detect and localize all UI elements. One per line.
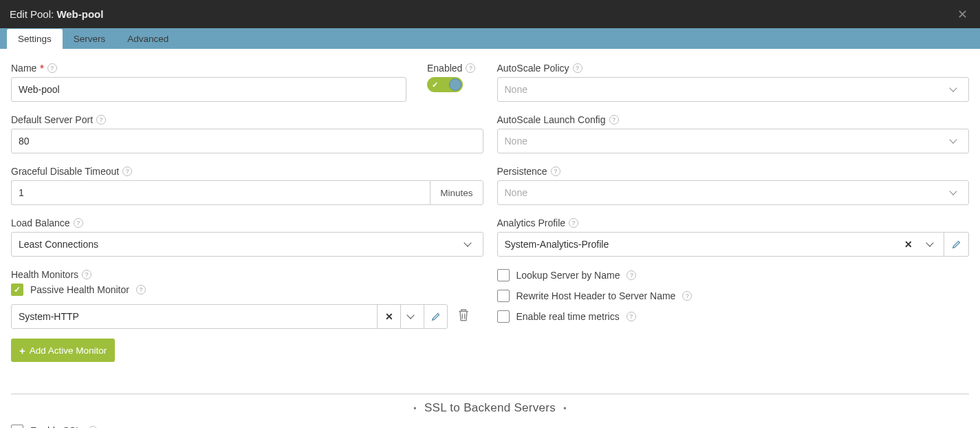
chevron-down-icon: [949, 189, 957, 197]
help-icon[interactable]: ?: [47, 63, 57, 73]
title-pool-name: Web-pool: [56, 8, 103, 20]
chevron-down-icon: [926, 240, 934, 248]
tab-advanced[interactable]: Advanced: [116, 29, 179, 49]
ssl-section-label: SSL to Backend Servers: [424, 401, 556, 414]
help-icon[interactable]: ?: [627, 270, 636, 280]
health-monitor-edit[interactable]: [424, 305, 447, 328]
realtime-metrics-label: Enable real time metrics: [516, 311, 620, 322]
health-monitor-delete[interactable]: [457, 308, 470, 325]
persistence-select[interactable]: None: [497, 180, 970, 205]
help-icon[interactable]: ?: [551, 167, 560, 176]
tab-advanced-label: Advanced: [127, 34, 168, 44]
chevron-down-icon: [949, 137, 957, 145]
help-icon[interactable]: ?: [122, 167, 132, 176]
tab-settings[interactable]: Settings: [7, 29, 63, 49]
graceful-timeout-label: Graceful Disable Timeout: [11, 166, 119, 177]
enable-ssl-checkbox[interactable]: [11, 425, 23, 428]
default-port-label: Default Server Port: [11, 114, 93, 125]
dot-icon: •: [409, 404, 421, 414]
health-monitor-combo[interactable]: System-HTTP ✕: [11, 304, 448, 329]
analytics-profile-value: System-Analytics-Profile: [498, 233, 897, 256]
rewrite-host-checkbox[interactable]: [497, 290, 510, 302]
x-icon: ✕: [904, 239, 913, 250]
autoscale-launch-select[interactable]: None: [497, 129, 970, 153]
help-icon[interactable]: ?: [82, 270, 91, 279]
analytics-profile-edit[interactable]: [944, 232, 969, 257]
help-icon[interactable]: ?: [573, 63, 582, 73]
analytics-profile-clear[interactable]: ✕: [897, 233, 920, 256]
section-divider: [11, 394, 969, 394]
health-monitors-label: Health Monitors: [11, 269, 78, 280]
help-icon[interactable]: ?: [466, 63, 475, 73]
graceful-unit-label: Minutes: [430, 180, 483, 205]
load-balance-value: Least Connections: [19, 239, 98, 250]
toggle-knob: [449, 78, 461, 91]
add-monitor-label: Add Active Monitor: [30, 345, 107, 356]
name-label: Name: [11, 63, 36, 74]
help-icon[interactable]: ?: [74, 218, 83, 228]
analytics-profile-combo[interactable]: System-Analytics-Profile ✕: [497, 232, 945, 257]
add-active-monitor-button[interactable]: + Add Active Monitor: [11, 339, 115, 362]
enabled-toggle[interactable]: ✓: [427, 77, 463, 92]
title-prefix: Edit Pool:: [10, 8, 56, 20]
help-icon[interactable]: ?: [136, 285, 146, 295]
autoscale-policy-placeholder: None: [505, 84, 527, 95]
plus-icon: +: [19, 345, 25, 356]
x-icon: ✕: [385, 311, 393, 322]
health-monitor-clear[interactable]: ✕: [377, 305, 400, 328]
rewrite-host-label: Rewrite Host Header to Server Name: [516, 290, 676, 301]
tab-settings-label: Settings: [18, 34, 52, 44]
left-column: Name * ? Enabled ? ✓: [11, 63, 483, 374]
analytics-profile-dropdown[interactable]: [920, 233, 944, 256]
default-port-input[interactable]: [11, 129, 483, 153]
required-asterisk: *: [40, 63, 43, 74]
graceful-timeout-input[interactable]: [11, 180, 430, 205]
enabled-label: Enabled: [427, 63, 462, 74]
tab-servers-label: Servers: [74, 34, 106, 44]
autoscale-launch-placeholder: None: [505, 136, 527, 147]
load-balance-label: Load Balance: [11, 217, 70, 228]
help-icon[interactable]: ?: [609, 115, 619, 125]
right-column: AutoScale Policy ? None AutoScale Launch…: [497, 63, 970, 374]
pencil-icon: [952, 239, 961, 249]
tab-servers[interactable]: Servers: [63, 29, 117, 49]
chevron-down-icon: [406, 312, 415, 321]
chevron-down-icon: [949, 85, 957, 94]
check-icon: ✓: [432, 81, 438, 89]
persistence-placeholder: None: [505, 187, 527, 198]
tab-strip: Settings Servers Advanced: [0, 28, 980, 49]
help-icon[interactable]: ?: [96, 115, 106, 125]
pencil-icon: [431, 312, 441, 321]
autoscale-launch-label: AutoScale Launch Config: [497, 114, 606, 125]
help-icon[interactable]: ?: [627, 312, 636, 321]
ssl-section-title: • SSL to Backend Servers •: [11, 394, 969, 425]
autoscale-policy-label: AutoScale Policy: [497, 63, 569, 74]
passive-monitor-label: Passive Health Monitor: [30, 284, 129, 295]
dialog-titlebar: Edit Pool: Web-pool ✕: [0, 0, 980, 28]
analytics-profile-label: Analytics Profile: [497, 217, 566, 228]
dot-icon: •: [559, 404, 571, 414]
load-balance-select[interactable]: Least Connections: [11, 232, 483, 257]
dialog-title: Edit Pool: Web-pool: [10, 8, 103, 20]
health-monitor-value: System-HTTP: [12, 305, 377, 328]
help-icon[interactable]: ?: [569, 218, 578, 228]
chevron-down-icon: [464, 240, 472, 248]
passive-monitor-checkbox[interactable]: [11, 283, 23, 296]
persistence-label: Persistence: [497, 166, 547, 177]
close-icon[interactable]: ✕: [955, 4, 970, 25]
lookup-server-label: Lookup Server by Name: [516, 270, 620, 281]
health-monitor-dropdown[interactable]: [400, 305, 424, 328]
name-input[interactable]: [11, 77, 406, 102]
enable-ssl-label: Enable SSL: [30, 425, 81, 428]
realtime-metrics-checkbox[interactable]: [497, 310, 510, 323]
help-icon[interactable]: ?: [682, 291, 692, 301]
autoscale-policy-select[interactable]: None: [497, 77, 970, 102]
content-area: Name * ? Enabled ? ✓: [0, 49, 980, 428]
lookup-server-checkbox[interactable]: [497, 269, 510, 281]
